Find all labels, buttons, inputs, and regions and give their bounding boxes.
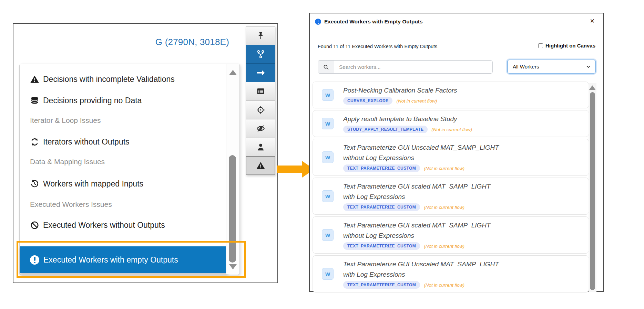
worker-flow-note: (Not in current flow) [424,166,464,171]
issue-menu-list: Decisions with incomplete Validations De… [19,64,240,275]
highlight-on-canvas-control: Highlight on Canvas [538,43,595,49]
database-icon [30,96,39,105]
highlight-on-canvas-checkbox[interactable] [538,43,543,48]
menu-item-label: Decisions providing no Data [43,96,142,105]
highlight-on-canvas-label[interactable]: Highlight on Canvas [545,43,595,49]
worker-type-tag: STUDY_APPLY_RESULT_TEMPLATE [343,126,428,133]
menu-item-label: Iterators without Outputs [43,137,130,147]
list-icon [256,87,265,96]
scroll-down-arrow-icon[interactable] [229,264,237,269]
worker-card[interactable]: W Text Parameterize GUI scaled MAT_SAMP_… [313,216,589,254]
issue-list-scrollbar[interactable] [226,64,239,274]
worker-flow-note: (Not in current flow) [424,283,464,288]
menu-item-iterators-without-outputs[interactable]: Iterators without Outputs [30,136,130,148]
worker-badge: W [322,151,334,163]
worker-card[interactable]: W Text Parameterize GUI Unscaled MAT_SAM… [313,139,589,176]
menu-item-label: Decisions with incomplete Validations [43,75,175,84]
worker-badge: W [322,118,334,129]
canvas-toolbar [246,26,275,175]
worker-flow-note: (Not in current flow) [431,127,472,132]
user-button[interactable] [246,138,275,157]
menu-section-executed-workers-issues: Executed Workers Issues [30,199,112,210]
search-icon [318,61,334,73]
worker-badge: W [322,89,334,101]
scroll-up-arrow-icon[interactable] [229,70,237,75]
worker-type-tag: TEXT_PARAMETERIZE_CUSTOM [343,281,420,289]
scroll-up-arrow-icon[interactable] [589,85,596,90]
chevron-down-icon [586,64,591,69]
worker-name: Post-Necking Calibration Scale Factors [343,85,457,96]
scrollbar-thumb[interactable] [590,92,595,290]
git-branch-icon [256,50,265,59]
worker-name: Text Parameterize GUI Unscaled MAT_SAMP_… [343,142,499,163]
pin-button[interactable] [246,26,275,45]
warning-triangle-icon [30,75,39,84]
worker-type-tag: TEXT_PARAMETERIZE_CUSTOM [343,203,420,211]
menu-item-workers-mapped-inputs[interactable]: Workers with mapped Inputs [30,178,143,190]
menu-item-decisions-incomplete-validations[interactable]: Decisions with incomplete Validations [30,73,175,85]
filter-selected-value: All Workers [513,64,539,70]
menu-item-label: Workers with mapped Inputs [43,179,143,189]
worker-name: Text Parameterize GUI scaled MAT_SAMP_LI… [343,220,491,241]
list-view-button[interactable] [246,82,275,101]
menu-item-executed-workers-empty-outputs-selected[interactable]: Executed Workers with empty Outputs [20,246,228,273]
worker-name: Text Parameterize GUI scaled MAT_SAMP_LI… [343,181,491,202]
worker-flow-note: (Not in current flow) [396,98,437,104]
found-count-text: Found 11 of 11 Executed Workers with Emp… [318,44,437,49]
worker-card[interactable]: W Post-Necking Calibration Scale Factors… [313,82,589,108]
worker-list: W Post-Necking Calibration Scale Factors… [313,82,589,292]
menu-item-executed-workers-without-outputs[interactable]: Executed Workers without Outputs [30,219,165,231]
info-icon [315,19,321,25]
worker-badge: W [322,190,334,202]
scrollbar-thumb[interactable] [229,155,236,263]
ban-icon [30,221,39,230]
dialog-title: Executed Workers with Empty Outputs [324,19,423,25]
arrow-right-icon [256,68,265,77]
worker-badge: W [322,268,334,280]
arrow-right-button[interactable] [246,63,275,82]
menu-section-iterator-loop-issues: Iterator & Loop Issues [30,115,101,126]
menu-section-data-mapping-issues: Data & Mapping Issues [30,156,105,167]
search-input[interactable] [334,61,492,73]
dialog-scrollbar[interactable] [589,83,596,292]
worker-type-tag: TEXT_PARAMETERIZE_CUSTOM [343,164,420,172]
eye-off-icon [256,124,265,133]
menu-item-label: Executed Workers without Outputs [43,221,165,230]
history-icon [30,179,39,189]
issue-navigator-panel: G (2790N, 3018E) Decisions with incomple… [13,23,278,283]
worker-card[interactable]: W Text Parameterize GUI scaled MAT_SAMP_… [313,178,589,215]
empty-outputs-dialog: Executed Workers with Empty Outputs ✕ Fo… [309,13,604,292]
worker-badge: W [322,229,334,241]
worker-flow-note: (Not in current flow) [424,205,464,210]
user-icon [256,142,265,152]
worker-flow-note: (Not in current flow) [424,244,464,249]
menu-item-label: Executed Workers with empty Outputs [43,255,178,265]
worker-filter-select[interactable]: All Workers [507,60,596,74]
close-icon[interactable]: ✕ [590,18,595,25]
worker-name: Apply result template to Baseline Study [343,114,472,124]
worker-name: Text Parameterize GUI Unscaled MAT_SAMP_… [343,259,499,280]
crosshair-button[interactable] [246,100,275,119]
worker-card[interactable]: W Apply result template to Baseline Stud… [313,110,589,137]
worker-search [318,60,493,74]
node-title: G (2790N, 3018E) [155,37,229,47]
pin-icon [256,31,265,40]
crosshair-icon [256,105,265,115]
worker-card[interactable]: W Text Parameterize GUI Unscaled MAT_SAM… [313,255,589,292]
git-branch-button[interactable] [246,45,275,64]
worker-type-tag: CURVES_EXPLODE [343,97,392,105]
issues-button[interactable] [246,156,275,175]
hide-button[interactable] [246,119,275,138]
menu-item-decisions-no-data[interactable]: Decisions providing no Data [30,94,142,107]
worker-type-tag: TEXT_PARAMETERIZE_CUSTOM [343,242,420,250]
refresh-icon [30,137,39,147]
warning-triangle-icon [256,161,265,170]
dialog-header: Executed Workers with Empty Outputs ✕ [310,13,603,30]
exclamation-circle-icon [30,255,39,265]
